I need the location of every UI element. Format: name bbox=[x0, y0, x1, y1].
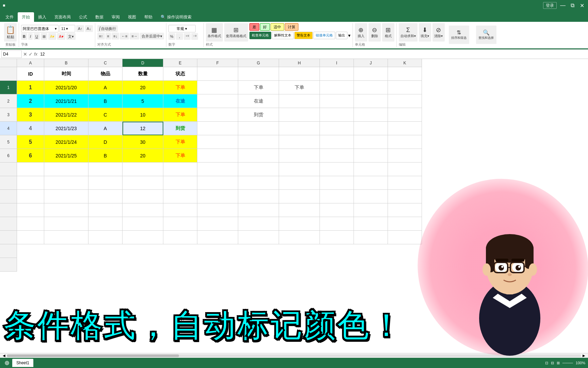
cell-B7[interactable] bbox=[44, 163, 88, 176]
cell-F2[interactable] bbox=[197, 94, 238, 108]
cell-B5[interactable]: 2021/1/24 bbox=[44, 135, 88, 149]
cancel-formula-button[interactable]: ✕ bbox=[23, 51, 27, 57]
cell-B8[interactable] bbox=[44, 176, 88, 190]
col-C[interactable]: C bbox=[88, 59, 122, 67]
cell-K5[interactable] bbox=[388, 135, 422, 149]
cell-K12[interactable] bbox=[388, 231, 422, 244]
delete-button[interactable]: ⊖ 删除 bbox=[369, 23, 381, 42]
cell-H5[interactable] bbox=[279, 135, 320, 149]
italic-button[interactable]: I bbox=[28, 33, 33, 40]
confirm-formula-button[interactable]: ✓ bbox=[29, 51, 33, 57]
cell-I9[interactable] bbox=[320, 190, 354, 203]
cell-I6[interactable] bbox=[320, 149, 354, 163]
cell-H8[interactable] bbox=[279, 176, 320, 190]
cell-A7[interactable] bbox=[17, 163, 44, 176]
font-color-button[interactable]: A▾ bbox=[57, 33, 65, 40]
neutral-style[interactable]: 适中 bbox=[271, 23, 284, 31]
cell-A5[interactable]: 5 bbox=[17, 135, 44, 149]
cell-G6[interactable] bbox=[238, 149, 279, 163]
cell-D1[interactable]: 20 bbox=[122, 81, 163, 94]
font-extra-button[interactable]: 文▾ bbox=[66, 33, 76, 40]
tab-help[interactable]: 帮助 bbox=[140, 12, 157, 22]
cell-G5[interactable] bbox=[238, 135, 279, 149]
cell-I5[interactable] bbox=[320, 135, 354, 149]
cell-K11[interactable] bbox=[388, 217, 422, 231]
row-header-1[interactable]: 1 bbox=[0, 81, 17, 94]
cell-D12[interactable] bbox=[122, 231, 163, 244]
cell-E1[interactable]: 下单 bbox=[163, 81, 197, 94]
cell-D5[interactable]: 30 bbox=[122, 135, 163, 149]
cell-G8[interactable] bbox=[238, 176, 279, 190]
cell-K0[interactable] bbox=[388, 67, 422, 81]
cell-E8[interactable] bbox=[163, 176, 197, 190]
row-header-10[interactable] bbox=[0, 203, 17, 217]
signin-button[interactable]: 登录 bbox=[543, 2, 557, 9]
cell-F5[interactable] bbox=[197, 135, 238, 149]
conditional-format-button[interactable]: ▦ 条件格式 bbox=[206, 23, 223, 42]
comma-button[interactable]: ⁺⁰ bbox=[184, 33, 191, 40]
cell-B1[interactable]: 2021/1/20 bbox=[44, 81, 88, 94]
cell-B9[interactable] bbox=[44, 190, 88, 203]
cell-A11[interactable] bbox=[17, 217, 44, 231]
cell-G12[interactable] bbox=[238, 231, 279, 244]
cell-E3[interactable]: 下单 bbox=[163, 108, 197, 122]
cell-F3[interactable] bbox=[197, 108, 238, 122]
cell-I2[interactable] bbox=[320, 94, 354, 108]
cell-G1[interactable]: 下单 bbox=[238, 81, 279, 94]
output-style[interactable]: 输出 bbox=[336, 32, 347, 39]
cell-D11[interactable] bbox=[122, 217, 163, 231]
cell-G2[interactable]: 在途 bbox=[238, 94, 279, 108]
decrease-font-button[interactable]: A↓ bbox=[85, 25, 93, 32]
cell-F12[interactable] bbox=[197, 231, 238, 244]
cell-H1[interactable]: 下单 bbox=[279, 81, 320, 94]
cell-A6[interactable]: 6 bbox=[17, 149, 44, 163]
row-header-8[interactable] bbox=[0, 176, 17, 190]
cell-F6[interactable] bbox=[197, 149, 238, 163]
cell-C0[interactable]: 物品 bbox=[88, 67, 122, 81]
cell-K7[interactable] bbox=[388, 163, 422, 176]
styles-dropdown-icon[interactable]: ▾ bbox=[348, 33, 350, 38]
cell-C2[interactable]: B bbox=[88, 94, 122, 108]
add-sheet-button[interactable]: ⊕ bbox=[3, 359, 11, 367]
col-A[interactable]: A bbox=[17, 59, 44, 67]
col-F[interactable]: F bbox=[197, 59, 238, 67]
cell-E9[interactable] bbox=[163, 190, 197, 203]
row-header-13[interactable] bbox=[0, 244, 17, 258]
cell-E12[interactable] bbox=[163, 231, 197, 244]
sheet-tab-1[interactable]: Sheet1 bbox=[12, 359, 33, 367]
row-header-7[interactable] bbox=[0, 163, 17, 176]
restore-button[interactable]: ⧉ bbox=[569, 2, 576, 9]
decimal-more-button[interactable]: ⁻⁰ bbox=[191, 33, 198, 40]
cell-I11[interactable] bbox=[320, 217, 354, 231]
cell-K3[interactable] bbox=[388, 108, 422, 122]
row-header-4[interactable]: 4 bbox=[0, 122, 17, 135]
cell-K2[interactable] bbox=[388, 94, 422, 108]
cell-C9[interactable] bbox=[88, 190, 122, 203]
cell-H9[interactable] bbox=[279, 190, 320, 203]
cell-B12[interactable] bbox=[44, 231, 88, 244]
cell-D8[interactable] bbox=[122, 176, 163, 190]
paste-button[interactable]: 📋 粘贴 bbox=[4, 23, 17, 42]
row-header-14[interactable] bbox=[0, 258, 17, 272]
cell-F1[interactable] bbox=[197, 81, 238, 94]
cell-A0[interactable]: ID bbox=[17, 67, 44, 81]
cell-B4[interactable]: 2021/1/23 bbox=[44, 122, 88, 135]
cell-E7[interactable] bbox=[163, 163, 197, 176]
cell-B3[interactable]: 2021/1/22 bbox=[44, 108, 88, 122]
cell-F11[interactable] bbox=[197, 217, 238, 231]
cell-J2[interactable] bbox=[354, 94, 388, 108]
cell-J9[interactable] bbox=[354, 190, 388, 203]
cell-H10[interactable] bbox=[279, 203, 320, 217]
cell-H7[interactable] bbox=[279, 163, 320, 176]
tab-insert[interactable]: 插入 bbox=[34, 12, 50, 22]
increase-font-button[interactable]: A↑ bbox=[76, 25, 84, 32]
merge-button[interactable]: 合并后居中▾ bbox=[140, 33, 164, 40]
tab-home[interactable]: 开始 bbox=[18, 12, 34, 22]
row-header-11[interactable] bbox=[0, 217, 17, 231]
cell-G0[interactable] bbox=[238, 67, 279, 81]
row-header-3[interactable]: 3 bbox=[0, 108, 17, 122]
cell-K4[interactable] bbox=[388, 122, 422, 135]
row-header-5[interactable]: 5 bbox=[0, 135, 17, 149]
tab-view[interactable]: 视图 bbox=[124, 12, 140, 22]
cell-A2[interactable]: 2 bbox=[17, 94, 44, 108]
